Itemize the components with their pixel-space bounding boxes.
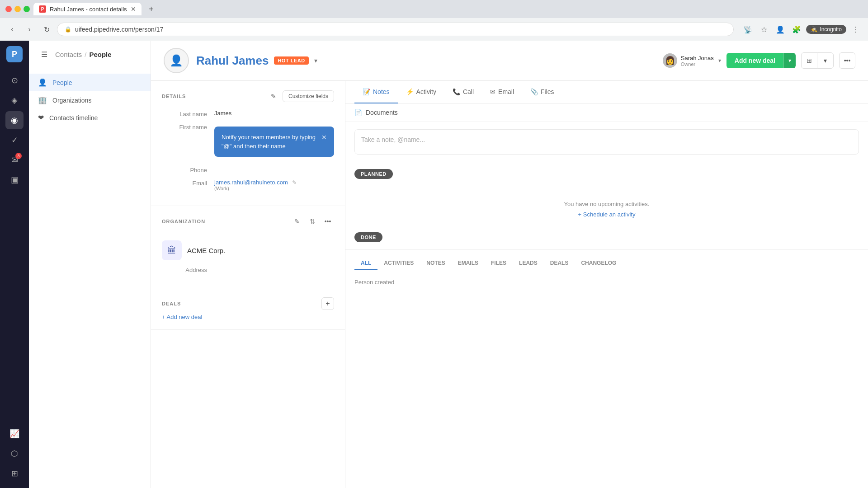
browser-chrome: P Rahul James - contact details ✕ + ‹ › … bbox=[0, 0, 868, 41]
new-tab-button[interactable]: + bbox=[145, 3, 158, 15]
owner-dropdown-button[interactable]: ▾ bbox=[718, 57, 721, 64]
tab-notes[interactable]: 📝 Notes bbox=[354, 81, 398, 103]
org-expand-button[interactable]: ⇅ bbox=[306, 215, 319, 228]
browser-titlebar: P Rahul James - contact details ✕ + bbox=[0, 0, 868, 18]
more-options-button[interactable]: ••• bbox=[839, 52, 855, 69]
first-name-field-container: Notify your team members by typing "@" a… bbox=[214, 123, 334, 160]
email-type-label: (Work) bbox=[214, 186, 334, 191]
sidebar-item-people[interactable]: 👤 People bbox=[29, 74, 151, 91]
header-right: 👩 Sarah Jonas Owner ▾ Add new deal ▾ ⊞ bbox=[663, 52, 855, 69]
organizations-icon: 🏢 bbox=[38, 96, 47, 104]
back-button[interactable]: ‹ bbox=[5, 23, 19, 36]
notes-area: Take a note, @name... bbox=[345, 122, 868, 162]
history-tab-leads[interactable]: LEADS bbox=[513, 257, 544, 270]
documents-row: 📄 Documents bbox=[345, 103, 868, 122]
rail-icon-contacts[interactable]: ◉ bbox=[5, 111, 24, 129]
address-field-row: Address bbox=[162, 266, 334, 273]
window-controls bbox=[5, 6, 30, 12]
view-toggle: ⊞ ▾ bbox=[801, 52, 834, 69]
history-tabs: ALL ACTIVITIES NOTES EMAILS FILES LEADS … bbox=[345, 249, 868, 273]
org-more-button[interactable]: ••• bbox=[321, 215, 334, 228]
history-tab-activities[interactable]: ACTIVITIES bbox=[377, 257, 420, 270]
browser-toolbar: ‹ › ↻ 🔒 uifeed.pipedrive.com/person/17 📡… bbox=[0, 18, 868, 41]
rail-icon-insights[interactable]: 📈 bbox=[5, 425, 24, 443]
email-edit-button[interactable]: ✎ bbox=[292, 179, 297, 186]
timeline-icon: ❤ bbox=[38, 113, 44, 122]
list-view-button[interactable]: ▾ bbox=[817, 52, 834, 69]
org-edit-button[interactable]: ✎ bbox=[291, 215, 303, 228]
tab-files[interactable]: 📎 Files bbox=[522, 81, 562, 103]
bookmark-icon[interactable]: ☆ bbox=[757, 23, 771, 36]
browser-tab[interactable]: P Rahul James - contact details ✕ bbox=[33, 3, 142, 15]
sidebar-item-organizations[interactable]: 🏢 Organizations bbox=[29, 91, 151, 109]
tooltip-close-button[interactable]: ✕ bbox=[321, 133, 327, 142]
profile-icon[interactable]: 👤 bbox=[774, 23, 787, 36]
tab-close-button[interactable]: ✕ bbox=[131, 5, 136, 13]
tab-activity-label: Activity bbox=[416, 88, 436, 95]
rail-icon-home[interactable]: ⊙ bbox=[5, 71, 24, 89]
history-tab-deals[interactable]: DEALS bbox=[544, 257, 575, 270]
tab-call[interactable]: 📞 Call bbox=[444, 81, 482, 103]
app-layout: P ⊙ ◈ ◉ ✓ ✉3 ▣ 📈 ⬡ ⊞ ☰ Contacts / People… bbox=[0, 41, 868, 488]
documents-label[interactable]: Documents bbox=[366, 109, 398, 116]
right-panel: 📝 Notes ⚡ Activity 📞 Call ✉ Email bbox=[345, 81, 868, 488]
history-tab-all[interactable]: ALL bbox=[354, 257, 377, 270]
minimize-button[interactable] bbox=[14, 6, 21, 12]
add-new-deal-link-label: Add new deal bbox=[167, 314, 203, 320]
tab-activity[interactable]: ⚡ Activity bbox=[398, 81, 444, 103]
sidebar-item-contacts-timeline[interactable]: ❤ Contacts timeline bbox=[29, 109, 151, 127]
owner-avatar: 👩 bbox=[663, 53, 677, 68]
organization-section: ORGANIZATION ✎ ⇅ ••• 🏛 ACME Corp. Addres… bbox=[151, 206, 345, 288]
app-logo[interactable]: P bbox=[6, 46, 23, 62]
add-deal-section-button[interactable]: + bbox=[321, 297, 334, 310]
address-bar[interactable]: 🔒 uifeed.pipedrive.com/person/17 bbox=[57, 23, 734, 36]
history-tab-notes[interactable]: NOTES bbox=[420, 257, 451, 270]
contact-dropdown-button[interactable]: ▾ bbox=[314, 57, 317, 64]
no-activity-text: You have no upcoming activities. bbox=[354, 201, 859, 207]
add-deal-dropdown-button[interactable]: ▾ bbox=[783, 53, 796, 68]
last-name-value[interactable]: James bbox=[214, 110, 334, 117]
details-edit-button[interactable]: ✎ bbox=[267, 90, 280, 103]
note-input[interactable]: Take a note, @name... bbox=[354, 129, 859, 155]
owner-info: Sarah Jonas Owner bbox=[681, 55, 714, 67]
sidebar-item-organizations-label: Organizations bbox=[52, 97, 91, 104]
tab-email[interactable]: ✉ Email bbox=[482, 81, 522, 103]
tab-title: Rahul James - contact details bbox=[50, 6, 127, 13]
contact-header: 👤 Rahul James HOT LEAD ▾ 👩 Sarah Jonas O… bbox=[151, 41, 868, 81]
customize-fields-button[interactable]: Customize fields bbox=[283, 90, 334, 102]
add-deal-wrapper: Add new deal ▾ bbox=[726, 53, 796, 68]
email-value-container: james.rahul@rahulneto.com ✎ (Work) bbox=[214, 179, 334, 191]
rail-icon-calendar[interactable]: ▣ bbox=[5, 171, 24, 189]
rail-icon-deals[interactable]: ◈ bbox=[5, 91, 24, 109]
incognito-icon: 🕵 bbox=[811, 26, 817, 33]
close-button[interactable] bbox=[5, 6, 12, 12]
add-new-deal-link[interactable]: + Add new deal bbox=[162, 314, 334, 320]
breadcrumb: Contacts / People bbox=[55, 51, 112, 58]
rail-icon-activities[interactable]: ✓ bbox=[5, 131, 24, 149]
breadcrumb-current: People bbox=[89, 51, 111, 58]
organization-section-header: ORGANIZATION ✎ ⇅ ••• bbox=[162, 215, 334, 228]
person-created-text: Person created bbox=[354, 279, 394, 286]
email-link[interactable]: james.rahul@rahulneto.com bbox=[214, 179, 288, 186]
maximize-button[interactable] bbox=[24, 6, 30, 12]
extensions-icon[interactable]: 🧩 bbox=[790, 23, 803, 36]
organization-section-actions: ✎ ⇅ ••• bbox=[291, 215, 334, 228]
history-tab-files[interactable]: FILES bbox=[485, 257, 513, 270]
breadcrumb-contacts[interactable]: Contacts bbox=[55, 51, 82, 58]
rail-icon-mail[interactable]: ✉3 bbox=[5, 151, 24, 169]
history-tab-changelog[interactable]: CHANGELOG bbox=[575, 257, 623, 270]
grid-view-button[interactable]: ⊞ bbox=[801, 52, 817, 69]
menu-icon[interactable]: ⋮ bbox=[849, 23, 863, 36]
refresh-button[interactable]: ↻ bbox=[40, 23, 53, 36]
org-name: ACME Corp. bbox=[187, 247, 225, 254]
organization-card[interactable]: 🏛 ACME Corp. bbox=[162, 235, 334, 266]
cast-icon[interactable]: 📡 bbox=[741, 23, 755, 36]
schedule-activity-link[interactable]: + Schedule an activity bbox=[354, 211, 859, 218]
history-tab-emails[interactable]: EMAILS bbox=[452, 257, 485, 270]
forward-button[interactable]: › bbox=[23, 23, 36, 36]
rail-icon-marketplace[interactable]: ⊞ bbox=[5, 465, 24, 483]
sidebar-menu-button[interactable]: ☰ bbox=[38, 48, 51, 61]
contact-name[interactable]: Rahul James bbox=[196, 54, 269, 68]
rail-icon-products[interactable]: ⬡ bbox=[5, 445, 24, 463]
add-new-deal-button[interactable]: Add new deal bbox=[726, 53, 783, 68]
